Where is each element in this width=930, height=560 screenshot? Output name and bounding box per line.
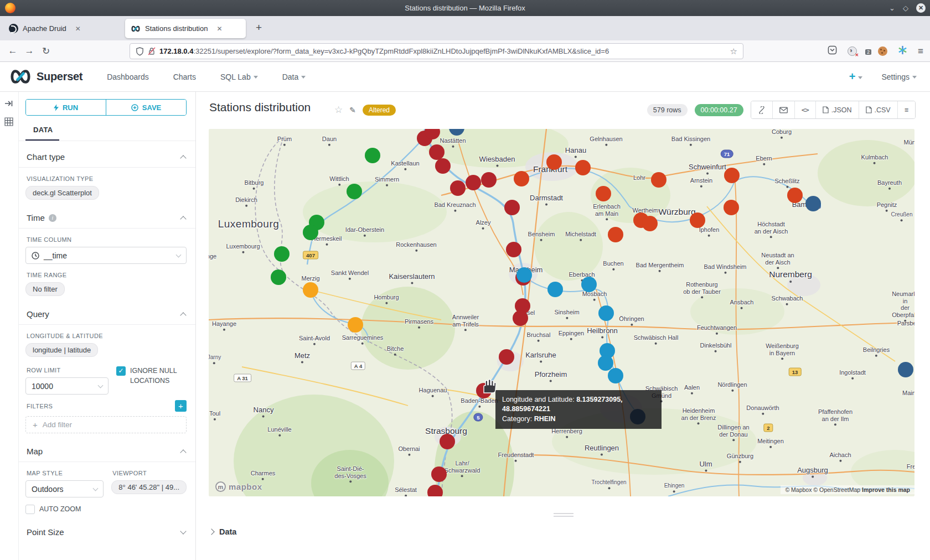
email-button[interactable]: [773, 101, 795, 118]
copy-link-button[interactable]: [751, 101, 773, 118]
row-limit-select[interactable]: 10000: [25, 377, 108, 395]
map-data-point[interactable]: [450, 180, 466, 196]
maximize-icon[interactable]: ◇: [903, 4, 908, 12]
map-data-point[interactable]: [787, 188, 803, 203]
add-filter-plus-button[interactable]: +: [175, 400, 187, 412]
map-data-point[interactable]: [348, 317, 363, 333]
map-data-point[interactable]: [581, 277, 597, 292]
map-data-point[interactable]: [546, 154, 562, 170]
map-data-point[interactable]: [429, 144, 445, 160]
cookie-extension-icon[interactable]: [878, 46, 887, 56]
map-data-point[interactable]: [598, 355, 613, 371]
minimize-icon[interactable]: ⌄: [889, 4, 895, 12]
nav-dashboards[interactable]: Dashboards: [107, 72, 149, 81]
add-filter-dropzone[interactable]: +Add filter: [25, 416, 187, 433]
map-data-point[interactable]: [514, 171, 529, 186]
map-data-point[interactable]: [466, 175, 481, 190]
tab-data[interactable]: DATA: [25, 126, 59, 141]
map-data-point[interactable]: [513, 310, 528, 326]
export-csv-button[interactable]: .CSV: [859, 101, 898, 118]
asterisk-extension-icon[interactable]: [898, 45, 907, 57]
time-column-select[interactable]: __time: [25, 247, 187, 264]
map-data-point[interactable]: [575, 160, 591, 175]
map-data-point[interactable]: [274, 246, 290, 262]
time-range-value[interactable]: No filter: [25, 282, 65, 296]
map-data-point[interactable]: [598, 305, 614, 321]
map-data-point[interactable]: [271, 269, 286, 285]
map-data-point[interactable]: [805, 196, 821, 211]
close-icon[interactable]: ✕: [916, 3, 926, 13]
map-data-point[interactable]: [427, 485, 443, 496]
map-data-point[interactable]: [547, 282, 563, 297]
menu-icon[interactable]: ≡: [918, 46, 923, 57]
map-data-point[interactable]: [440, 434, 455, 449]
export-json-button[interactable]: .JSON: [816, 101, 859, 118]
settings-menu[interactable]: Settings: [881, 72, 917, 82]
map-data-point[interactable]: [303, 282, 318, 298]
forward-button[interactable]: →: [21, 45, 38, 56]
map-data-point[interactable]: [499, 349, 514, 365]
url-input[interactable]: 172.18.0.4 :32251/superset/explore/?form…: [130, 43, 743, 59]
favorite-star-icon[interactable]: ☆: [334, 104, 343, 116]
viewport-value[interactable]: 8° 46' 45.28" | 49...: [111, 480, 187, 494]
map-data-point[interactable]: [724, 168, 740, 183]
map-data-point[interactable]: [481, 172, 497, 188]
collapse-panel-icon[interactable]: [4, 100, 18, 110]
auto-zoom-checkbox[interactable]: AUTO ZOOM: [25, 504, 104, 514]
insecure-lock-icon[interactable]: [148, 47, 156, 55]
reload-button[interactable]: ↻: [38, 45, 54, 57]
ignore-null-checkbox[interactable]: ✓ IGNORE NULL LOCATIONS: [116, 366, 187, 386]
new-tab-button[interactable]: +: [256, 22, 262, 34]
panel-drag-handle[interactable]: [554, 513, 574, 518]
tracking-shield-icon[interactable]: [136, 47, 144, 56]
map-data-point[interactable]: [724, 200, 739, 215]
map-data-point[interactable]: [303, 225, 318, 240]
chart-menu-button[interactable]: ≡: [898, 101, 915, 118]
tab-stations-distribution[interactable]: Stations distribution ✕: [125, 19, 246, 38]
map-data-point[interactable]: [651, 172, 666, 188]
lonlat-value[interactable]: longitude | latitude: [25, 343, 98, 357]
tab-apache-druid[interactable]: Apache Druid ✕: [3, 19, 121, 38]
tab-close-icon[interactable]: ✕: [216, 25, 222, 33]
deckgl-scatter-map[interactable]: PrümDaunNastättenKastellaunWiesbadenGeln…: [209, 129, 914, 496]
map-data-point[interactable]: [347, 184, 362, 199]
map-data-point[interactable]: [435, 158, 451, 174]
improve-map-link[interactable]: Improve this map: [862, 486, 910, 493]
map-data-point[interactable]: [431, 466, 447, 482]
section-chart-type-header[interactable]: Chart type: [25, 149, 187, 167]
back-button[interactable]: ←: [4, 45, 21, 56]
map-data-point[interactable]: [516, 267, 532, 283]
map-data-point[interactable]: [365, 148, 380, 163]
map-data-point[interactable]: [504, 200, 520, 215]
map-town-label: Dillingen an der Donau: [717, 424, 749, 441]
nav-charts[interactable]: Charts: [173, 72, 196, 81]
pocket-icon[interactable]: [828, 45, 837, 57]
bookmark-star-icon[interactable]: ☆: [730, 46, 737, 56]
new-item-button[interactable]: +: [849, 70, 863, 83]
map-data-point[interactable]: [596, 186, 611, 201]
embed-code-button[interactable]: <>: [795, 101, 816, 118]
section-time-header[interactable]: Time i: [25, 210, 187, 228]
map-data-point[interactable]: [608, 227, 623, 242]
run-button[interactable]: RUN: [26, 100, 106, 115]
section-point-size-header[interactable]: Point Size: [25, 524, 187, 542]
map-data-point[interactable]: [690, 212, 705, 228]
dataset-grid-icon[interactable]: [4, 117, 18, 128]
data-results-toggle[interactable]: Data: [209, 527, 236, 536]
map-style-select[interactable]: Outdoors: [25, 480, 104, 497]
superset-logo[interactable]: Superset: [9, 69, 82, 84]
nav-data[interactable]: Data: [282, 72, 306, 81]
section-query-header[interactable]: Query: [25, 306, 187, 324]
map-data-point[interactable]: [898, 362, 913, 377]
nav-sql-lab[interactable]: SQL Lab: [220, 72, 258, 81]
mapbox-logo[interactable]: m mapbox: [215, 481, 262, 492]
map-data-point[interactable]: [608, 368, 623, 383]
viz-type-value[interactable]: deck.gl Scatterplot: [25, 186, 99, 200]
tab-close-icon[interactable]: ✕: [75, 25, 81, 33]
map-data-point[interactable]: [506, 242, 521, 257]
map-data-point[interactable]: [642, 216, 658, 231]
section-map-header[interactable]: Map: [25, 443, 187, 462]
extension-mask-icon[interactable]: [848, 46, 857, 56]
edit-properties-icon[interactable]: ✎: [349, 106, 356, 115]
save-button[interactable]: SAVE: [106, 100, 186, 115]
